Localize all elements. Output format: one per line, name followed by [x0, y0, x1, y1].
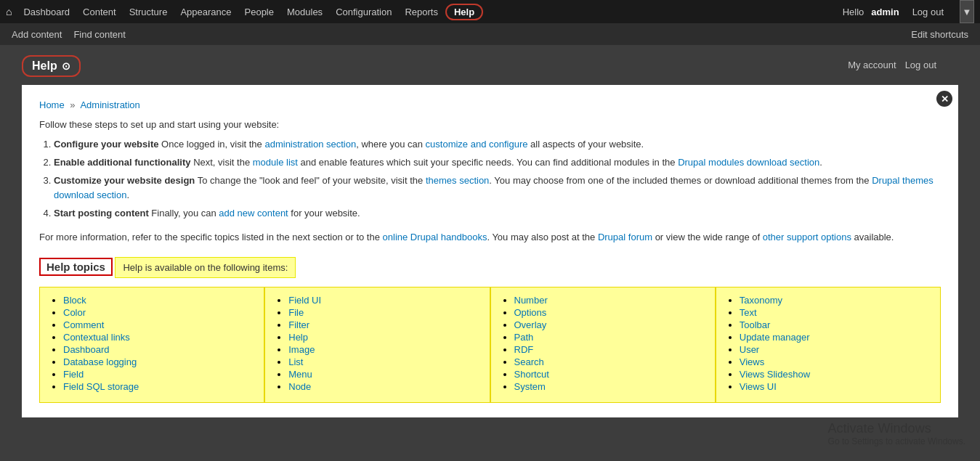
my-account-link[interactable]: My account: [848, 60, 896, 70]
topic-field-sql-storage[interactable]: Field SQL storage: [63, 381, 139, 392]
list-item: Color: [63, 307, 254, 318]
topic-list-2: Field UI File Filter Help Image List Men…: [275, 295, 479, 392]
list-item: Filter: [288, 319, 479, 330]
topic-path[interactable]: Path: [514, 332, 534, 343]
configure-icon[interactable]: ⊙: [62, 60, 70, 72]
list-item: Dashboard: [63, 344, 254, 355]
add-content-link[interactable]: Add content: [6, 26, 68, 43]
top-nav-right: Hello admin Log out ▼: [843, 0, 974, 23]
home-icon[interactable]: ⌂: [6, 6, 12, 17]
other-support-link[interactable]: other support options: [763, 232, 851, 242]
page-account-links: My account Log out: [848, 60, 936, 70]
add-new-content-link[interactable]: add new content: [219, 208, 288, 219]
dropdown-arrow-button[interactable]: ▼: [960, 0, 974, 23]
customize-link[interactable]: customize and configure: [426, 139, 528, 150]
topic-shortcut[interactable]: Shortcut: [514, 369, 549, 380]
step-1-bold: Configure your website: [54, 139, 158, 150]
nav-help[interactable]: Help: [445, 4, 483, 20]
topic-update-manager[interactable]: Update manager: [740, 332, 810, 343]
topic-dashboard[interactable]: Dashboard: [63, 344, 110, 355]
secondary-nav-right: Edit shortcuts: [905, 29, 974, 40]
topic-column-2: Field UI File Filter Help Image List Men…: [264, 287, 490, 403]
list-item: Overlay: [514, 319, 705, 330]
find-content-link[interactable]: Find content: [68, 26, 131, 43]
drupal-forum-link[interactable]: Drupal forum: [598, 232, 652, 242]
step-2: Enable additional functionality Next, vi…: [54, 155, 941, 171]
nav-appearance[interactable]: Appearance: [174, 4, 237, 20]
topic-text[interactable]: Text: [740, 307, 757, 318]
topic-list-3: Number Options Overlay Path RDF Search S…: [501, 295, 705, 392]
top-navigation: ⌂ Dashboard Content Structure Appearance…: [0, 0, 980, 23]
list-item: Block: [63, 295, 254, 306]
nav-content[interactable]: Content: [77, 4, 122, 20]
list-item: Field: [63, 369, 254, 380]
topic-options[interactable]: Options: [514, 307, 547, 318]
greeting-text: Hello: [843, 7, 864, 17]
list-item: Views Slideshow: [740, 369, 930, 380]
nav-dashboard[interactable]: Dashboard: [17, 4, 76, 20]
admin-section-link[interactable]: administration section: [264, 139, 356, 150]
list-item: Text: [740, 307, 930, 318]
list-item: Image: [288, 344, 479, 355]
topic-filter[interactable]: Filter: [288, 319, 309, 330]
list-item: Views: [740, 356, 930, 367]
list-item: Path: [514, 332, 705, 343]
close-button[interactable]: ✕: [936, 91, 952, 107]
breadcrumb-admin[interactable]: Administration: [80, 99, 139, 110]
breadcrumb: Home » Administration: [39, 99, 941, 110]
list-item: System: [514, 381, 705, 392]
nav-reports[interactable]: Reports: [399, 4, 444, 20]
nav-modules[interactable]: Modules: [281, 4, 328, 20]
drupal-modules-link[interactable]: Drupal modules download section: [678, 157, 819, 168]
topic-node[interactable]: Node: [288, 381, 311, 392]
topic-number[interactable]: Number: [514, 295, 548, 306]
topic-views-ui[interactable]: Views UI: [740, 381, 777, 392]
nav-people[interactable]: People: [239, 4, 280, 20]
top-logout-link[interactable]: Log out: [907, 4, 949, 20]
step-3: Customize your website design To change …: [54, 174, 941, 204]
steps-list: Configure your website Once logged in, v…: [54, 137, 941, 221]
topic-rdf[interactable]: RDF: [514, 344, 534, 355]
topic-comment[interactable]: Comment: [63, 319, 104, 330]
topic-views-slideshow[interactable]: Views Slideshow: [740, 369, 810, 380]
topic-taxonomy[interactable]: Taxonomy: [740, 295, 782, 306]
page-logout-link[interactable]: Log out: [905, 60, 936, 70]
topic-help[interactable]: Help: [288, 332, 308, 343]
topic-menu[interactable]: Menu: [288, 369, 312, 380]
list-item: Toolbar: [740, 319, 930, 330]
topic-contextual-links[interactable]: Contextual links: [63, 332, 130, 343]
topic-column-4: Taxonomy Text Toolbar Update manager Use…: [716, 287, 941, 403]
secondary-navigation: Add content Find content Edit shortcuts: [0, 23, 980, 45]
topic-toolbar[interactable]: Toolbar: [740, 319, 771, 330]
topic-color[interactable]: Color: [63, 307, 86, 318]
step-4: Start posting content Finally, you can a…: [54, 206, 941, 221]
themes-section-link[interactable]: themes section: [426, 175, 489, 186]
topic-overlay[interactable]: Overlay: [514, 319, 547, 330]
nav-structure[interactable]: Structure: [123, 4, 174, 20]
breadcrumb-home[interactable]: Home: [39, 99, 65, 110]
help-topics-header: Help topics: [39, 258, 113, 276]
list-item: Field UI: [288, 295, 479, 306]
topic-list[interactable]: List: [288, 356, 303, 367]
topic-block[interactable]: Block: [63, 295, 86, 306]
drupal-handbooks-link[interactable]: online Drupal handbooks: [383, 232, 487, 242]
nav-configuration[interactable]: Configuration: [330, 4, 397, 20]
edit-shortcuts-link[interactable]: Edit shortcuts: [905, 26, 974, 43]
list-item: Search: [514, 356, 705, 367]
admin-username: admin: [871, 7, 899, 17]
topic-database-logging[interactable]: Database logging: [63, 356, 137, 367]
topic-user[interactable]: User: [740, 344, 759, 355]
list-item: Number: [514, 295, 705, 306]
topic-views[interactable]: Views: [740, 356, 764, 367]
topic-field[interactable]: Field: [63, 369, 84, 380]
page-background: Help ⊙ My account Log out ✕ Home » Admin…: [0, 45, 980, 452]
topic-column-1: Block Color Comment Contextual links Das…: [39, 287, 264, 403]
module-list-link[interactable]: module list: [253, 157, 298, 168]
topic-search[interactable]: Search: [514, 356, 544, 367]
topic-image[interactable]: Image: [288, 344, 315, 355]
topic-file[interactable]: File: [288, 307, 304, 318]
step-4-bold: Start posting content: [54, 208, 149, 219]
topic-field-ui[interactable]: Field UI: [288, 295, 321, 306]
list-item: Update manager: [740, 332, 930, 343]
topic-system[interactable]: System: [514, 381, 546, 392]
